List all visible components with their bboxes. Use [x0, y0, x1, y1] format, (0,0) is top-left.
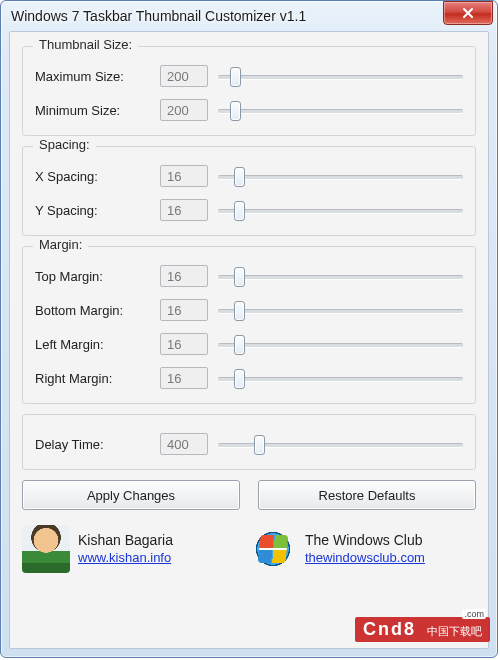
slider-thumb-icon[interactable]: [234, 267, 245, 287]
close-icon: [462, 7, 474, 19]
group-spacing: Spacing: X Spacing: Y Spacing:: [22, 146, 476, 236]
slider-thumb-icon[interactable]: [230, 101, 241, 121]
label-max-size: Maximum Size:: [35, 69, 150, 84]
row-y-spacing: Y Spacing:: [35, 193, 463, 227]
row-bottom-margin: Bottom Margin:: [35, 293, 463, 327]
label-left-margin: Left Margin:: [35, 337, 150, 352]
input-min-size[interactable]: [160, 99, 208, 121]
group-legend: Thumbnail Size:: [33, 37, 138, 52]
app-window: Windows 7 Taskbar Thumbnail Customizer v…: [0, 0, 498, 658]
slider-thumb-icon[interactable]: [254, 435, 265, 455]
row-top-margin: Top Margin:: [35, 259, 463, 293]
row-right-margin: Right Margin:: [35, 361, 463, 395]
input-max-size[interactable]: [160, 65, 208, 87]
label-bottom-margin: Bottom Margin:: [35, 303, 150, 318]
window-title: Windows 7 Taskbar Thumbnail Customizer v…: [11, 8, 443, 24]
group-delay: Delay Time:: [22, 414, 476, 470]
slider-thumb-icon[interactable]: [230, 67, 241, 87]
input-right-margin[interactable]: [160, 367, 208, 389]
close-button[interactable]: [443, 1, 493, 25]
slider-left-margin[interactable]: [218, 334, 463, 354]
slider-right-margin[interactable]: [218, 368, 463, 388]
input-left-margin[interactable]: [160, 333, 208, 355]
label-top-margin: Top Margin:: [35, 269, 150, 284]
apply-button[interactable]: Apply Changes: [22, 480, 240, 510]
restore-button[interactable]: Restore Defaults: [258, 480, 476, 510]
titlebar[interactable]: Windows 7 Taskbar Thumbnail Customizer v…: [1, 1, 497, 31]
slider-y-spacing[interactable]: [218, 200, 463, 220]
credit-site: The Windows Club thewindowsclub.com: [249, 518, 476, 580]
row-delay: Delay Time:: [35, 427, 463, 461]
avatar-icon: [22, 525, 70, 573]
label-right-margin: Right Margin:: [35, 371, 150, 386]
slider-thumb-icon[interactable]: [234, 301, 245, 321]
slider-top-margin[interactable]: [218, 266, 463, 286]
slider-thumb-icon[interactable]: [234, 167, 245, 187]
label-min-size: Minimum Size:: [35, 103, 150, 118]
slider-x-spacing[interactable]: [218, 166, 463, 186]
site-name: The Windows Club: [305, 531, 425, 549]
client-area: Thumbnail Size: Maximum Size: Minimum Si…: [9, 31, 489, 649]
slider-bottom-margin[interactable]: [218, 300, 463, 320]
watermark-main: Cnd8: [363, 619, 416, 639]
input-y-spacing[interactable]: [160, 199, 208, 221]
input-top-margin[interactable]: [160, 265, 208, 287]
slider-thumb-icon[interactable]: [234, 201, 245, 221]
label-y-spacing: Y Spacing:: [35, 203, 150, 218]
author-name: Kishan Bagaria: [78, 531, 173, 549]
row-x-spacing: X Spacing:: [35, 159, 463, 193]
row-min-size: Minimum Size:: [35, 93, 463, 127]
label-x-spacing: X Spacing:: [35, 169, 150, 184]
label-delay: Delay Time:: [35, 437, 150, 452]
watermark-cn: 中国下载吧: [427, 625, 482, 637]
group-thumbnail-size: Thumbnail Size: Maximum Size: Minimum Si…: [22, 46, 476, 136]
credits: Kishan Bagaria www.kishan.info The Windo…: [22, 518, 476, 580]
group-legend: Margin:: [33, 237, 88, 252]
author-link[interactable]: www.kishan.info: [78, 550, 173, 567]
slider-max-size[interactable]: [218, 66, 463, 86]
input-delay[interactable]: [160, 433, 208, 455]
slider-min-size[interactable]: [218, 100, 463, 120]
windows-logo-icon: [249, 525, 297, 573]
slider-delay[interactable]: [218, 434, 463, 454]
group-margin: Margin: Top Margin: Bottom Margin: Left …: [22, 246, 476, 404]
button-row: Apply Changes Restore Defaults: [22, 480, 476, 510]
slider-thumb-icon[interactable]: [234, 335, 245, 355]
site-link[interactable]: thewindowsclub.com: [305, 550, 425, 567]
credit-author: Kishan Bagaria www.kishan.info: [22, 518, 249, 580]
row-max-size: Maximum Size:: [35, 59, 463, 93]
input-bottom-margin[interactable]: [160, 299, 208, 321]
watermark: .com Cnd8 中国下载吧: [355, 617, 490, 642]
slider-thumb-icon[interactable]: [234, 369, 245, 389]
row-left-margin: Left Margin:: [35, 327, 463, 361]
watermark-sub: .com: [462, 609, 486, 619]
group-legend: Spacing:: [33, 137, 96, 152]
input-x-spacing[interactable]: [160, 165, 208, 187]
